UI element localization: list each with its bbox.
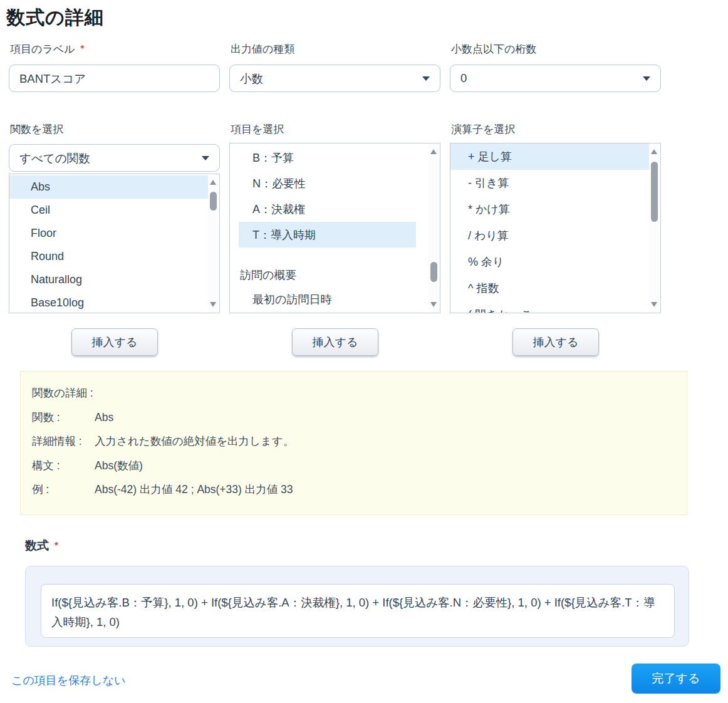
decimal-places-select[interactable]: 0 xyxy=(450,65,661,92)
field-listbox: B：予算 N：必要性 A：決裁権 T：導入時期 訪問の概要 最初の訪問日時 xyxy=(229,143,440,313)
scrollbar[interactable] xyxy=(429,144,439,312)
info-value: Abs(数値) xyxy=(95,458,675,473)
info-value: Abs(-42) 出力値 42 ; Abs(+33) 出力値 33 xyxy=(95,482,675,497)
scrollbar-thumb[interactable] xyxy=(210,192,217,211)
info-value: 入力された数値の絶対値を出力します。 xyxy=(95,434,675,449)
function-listbox: Abs Ceil Floor Round Naturallog Base10lo… xyxy=(9,174,220,313)
page-title: 数式の詳細 xyxy=(6,5,104,31)
chevron-down-icon xyxy=(422,76,430,81)
list-item-field[interactable]: 最初の訪問日時 xyxy=(239,286,416,312)
info-label: 関数 : xyxy=(32,410,95,425)
scroll-up-icon[interactable] xyxy=(651,149,657,154)
item-label-text: 項目のラベル xyxy=(10,43,75,55)
formula-label-text: 数式 xyxy=(25,539,49,552)
list-item-field[interactable]: A：決裁権 xyxy=(239,196,416,222)
operator-listbox: + 足し算 - 引き算 * かけ算 / わり算 % 余り ^ 指数 ( 開きかっ… xyxy=(450,143,661,313)
list-item-function[interactable]: Floor xyxy=(9,222,208,245)
list-item-operator[interactable]: * かけ算 xyxy=(450,196,649,222)
list-item-operator[interactable]: + 足し算 xyxy=(450,143,649,170)
list-item-function[interactable]: Ceil xyxy=(9,199,208,222)
list-item-operator[interactable]: - 引き算 xyxy=(450,170,649,196)
done-button[interactable]: 完了する xyxy=(632,664,720,694)
field-group-label: 訪問の概要 xyxy=(230,264,440,286)
scroll-down-icon[interactable] xyxy=(210,302,216,307)
info-label: 構文 : xyxy=(32,458,95,473)
formula-editor-panel: If(${見込み客.B：予算}, 1, 0) + If(${見込み客.A：決裁権… xyxy=(25,566,689,647)
list-item-function[interactable]: Base10log xyxy=(9,291,208,313)
function-picker-label: 関数を選択 xyxy=(10,122,63,137)
item-label-field-label: 項目のラベル* xyxy=(10,42,84,56)
list-item-function[interactable]: Naturallog xyxy=(9,268,208,291)
list-item-field[interactable]: T：導入時期 xyxy=(239,222,416,247)
scroll-down-icon[interactable] xyxy=(430,302,437,307)
insert-field-button[interactable]: 挿入する xyxy=(292,328,378,356)
scrollbar[interactable] xyxy=(649,144,660,312)
list-item-field[interactable]: B：予算 xyxy=(239,145,416,170)
scrollbar-thumb[interactable] xyxy=(651,162,658,222)
required-asterisk: * xyxy=(81,43,85,53)
function-info-title: 関数の詳細 : xyxy=(32,385,93,400)
decimal-places-value: 0 xyxy=(460,71,467,85)
decimal-places-label: 小数点以下の桁数 xyxy=(451,42,536,56)
function-filter-value: すべての関数 xyxy=(19,150,90,166)
output-type-select[interactable]: 小数 xyxy=(229,65,440,92)
info-value: Abs xyxy=(95,410,675,425)
output-type-value: 小数 xyxy=(240,71,263,86)
output-type-label: 出力値の種類 xyxy=(231,42,294,56)
formula-label: 数式* xyxy=(25,538,58,554)
list-item-operator[interactable]: / わり算 xyxy=(450,222,649,249)
required-asterisk: * xyxy=(55,539,58,550)
info-label: 例 : xyxy=(32,482,95,497)
scrollbar[interactable] xyxy=(208,175,219,312)
operator-picker-label: 演算子を選択 xyxy=(451,122,515,137)
info-label: 詳細情報 : xyxy=(32,434,95,449)
item-label-input[interactable]: BANTスコア xyxy=(9,65,220,92)
list-item-operator[interactable]: ( 開きかっこ xyxy=(450,301,649,313)
chevron-down-icon xyxy=(202,156,209,160)
insert-function-button[interactable]: 挿入する xyxy=(71,328,158,356)
scroll-up-icon[interactable] xyxy=(210,180,216,185)
item-label-input-value: BANTスコア xyxy=(19,71,86,86)
list-item-operator[interactable]: % 余り xyxy=(450,249,649,275)
discard-field-link[interactable]: この項目を保存しない xyxy=(11,673,126,688)
function-filter-select[interactable]: すべての関数 xyxy=(9,144,220,172)
scrollbar-thumb[interactable] xyxy=(430,262,437,282)
formula-textarea[interactable]: If(${見込み客.B：予算}, 1, 0) + If(${見込み客.A：決裁権… xyxy=(41,584,675,638)
list-item-function[interactable]: Abs xyxy=(9,175,208,199)
scroll-down-icon[interactable] xyxy=(651,302,657,307)
list-item-field[interactable]: N：必要性 xyxy=(239,170,416,196)
scroll-up-icon[interactable] xyxy=(430,149,437,154)
list-item-operator[interactable]: ^ 指数 xyxy=(450,275,649,301)
list-item-function[interactable]: Round xyxy=(9,245,208,268)
function-info-panel: 関数の詳細 : 関数 : Abs 詳細情報 : 入力された数値の絶対値を出力しま… xyxy=(20,371,687,515)
insert-operator-button[interactable]: 挿入する xyxy=(512,328,599,356)
field-picker-label: 項目を選択 xyxy=(231,122,284,137)
chevron-down-icon xyxy=(643,76,650,81)
